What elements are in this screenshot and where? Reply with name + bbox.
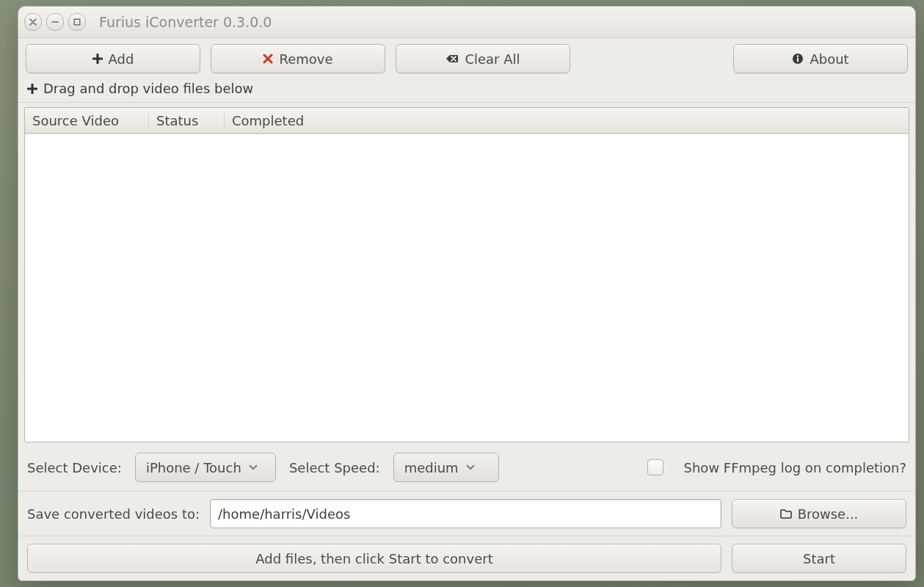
separator	[18, 536, 915, 536]
close-icon	[29, 18, 37, 26]
clear-icon	[445, 54, 459, 64]
start-button[interactable]: Start	[732, 544, 906, 573]
browse-button[interactable]: Browse...	[732, 499, 906, 528]
browse-button-label: Browse...	[798, 506, 859, 522]
toolbar: Add Remove Clear All	[24, 44, 909, 73]
footer-row: Add files, then click Start to convert S…	[24, 541, 909, 573]
table-body[interactable]	[25, 134, 909, 442]
about-button-label: About	[810, 51, 848, 67]
plus-icon	[27, 84, 37, 94]
speed-value: medium	[404, 460, 459, 475]
speed-select[interactable]: medium	[393, 453, 499, 482]
progress-text: Add files, then click Start to convert	[255, 551, 492, 566]
remove-button[interactable]: Remove	[211, 44, 385, 73]
save-path-label: Save converted videos to:	[27, 506, 200, 522]
window-title: Furius iConverter 0.3.0.0	[99, 14, 272, 30]
table-header: Source Video Status Completed	[25, 108, 909, 134]
folder-icon	[780, 508, 792, 519]
separator	[18, 102, 915, 103]
info-icon	[792, 53, 804, 65]
drag-hint-row: Drag and drop video files below	[24, 81, 909, 102]
window-maximize-button[interactable]	[68, 13, 86, 31]
chevron-down-icon	[249, 464, 258, 470]
show-log-label[interactable]: Show FFmpeg log on completion?	[684, 460, 906, 475]
col-status[interactable]: Status	[149, 113, 225, 128]
start-button-label: Start	[803, 551, 835, 566]
options-row: Select Device: iPhone / Touch Select Spe…	[24, 448, 909, 486]
window-close-button[interactable]	[24, 13, 42, 31]
clear-all-button[interactable]: Clear All	[396, 44, 570, 73]
device-value: iPhone / Touch	[146, 460, 241, 475]
col-source-video[interactable]: Source Video	[25, 113, 149, 128]
clear-all-button-label: Clear All	[465, 51, 520, 67]
maximize-icon	[73, 18, 81, 26]
about-button[interactable]: About	[733, 44, 908, 73]
device-select[interactable]: iPhone / Touch	[135, 453, 276, 482]
add-button-label: Add	[109, 51, 134, 67]
svg-point-2	[797, 55, 799, 57]
app-window: Furius iConverter 0.3.0.0 Add Remove	[18, 6, 916, 581]
chevron-down-icon	[466, 464, 475, 470]
plus-icon	[92, 54, 103, 64]
progress-bar: Add files, then click Start to convert	[27, 544, 721, 573]
show-log-checkbox[interactable]	[647, 459, 663, 475]
separator	[18, 491, 915, 492]
add-button[interactable]: Add	[26, 44, 200, 73]
minimize-icon	[51, 18, 59, 26]
col-completed[interactable]: Completed	[225, 113, 909, 128]
save-path-row: Save converted videos to: Browse...	[24, 496, 909, 531]
drag-hint-text: Drag and drop video files below	[43, 81, 253, 96]
save-path-input[interactable]	[210, 499, 721, 528]
device-label: Select Device:	[27, 460, 122, 475]
window-minimize-button[interactable]	[46, 13, 64, 31]
titlebar: Furius iConverter 0.3.0.0	[18, 7, 915, 38]
remove-button-label: Remove	[279, 51, 332, 67]
svg-rect-0	[74, 19, 80, 25]
remove-x-icon	[263, 54, 273, 64]
speed-label: Select Speed:	[289, 460, 380, 475]
file-table[interactable]: Source Video Status Completed	[24, 107, 909, 442]
svg-rect-3	[797, 58, 799, 62]
